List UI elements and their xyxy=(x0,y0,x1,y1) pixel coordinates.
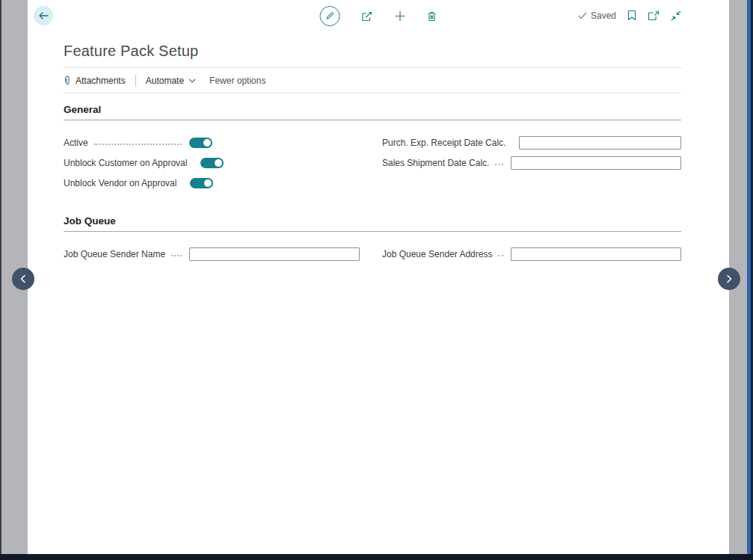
field-label-unblock-vendor: Unblock Vendor on Approval xyxy=(64,178,176,188)
paperclip-icon xyxy=(64,76,71,86)
delete-button[interactable] xyxy=(427,10,437,22)
action-bar-divider xyxy=(64,93,681,93)
field-job-queue-sender-address: Job Queue Sender Address xyxy=(382,244,681,264)
dotted-leader xyxy=(171,255,182,256)
field-active: Active xyxy=(64,132,212,153)
back-button[interactable] xyxy=(34,6,53,25)
job-queue-section-rule xyxy=(64,231,681,232)
field-sales-shipment: Sales Shipment Date Calc. xyxy=(382,153,681,173)
job-queue-sender-name-input[interactable] xyxy=(189,247,360,261)
field-unblock-customer: Unblock Customer on Approval xyxy=(64,153,212,173)
field-purch-exp-receipt: Purch. Exp. Receipt Date Calc. xyxy=(382,132,681,153)
automate-label: Automate xyxy=(146,76,184,86)
popup-window-icon xyxy=(648,10,660,21)
section-heading-general: General xyxy=(64,104,681,120)
page-title: Feature Pack Setup xyxy=(64,43,681,67)
dotted-leader xyxy=(495,164,503,165)
bookmark-button[interactable] xyxy=(627,10,636,21)
general-fields: Active Unblock Customer on Approval Unbl… xyxy=(64,132,681,193)
automate-menu-button[interactable]: Automate xyxy=(146,76,196,86)
field-label-sales-shipment: Sales Shipment Date Calc. xyxy=(382,158,489,168)
save-status: Saved xyxy=(578,10,616,21)
attachments-label: Attachments xyxy=(76,76,126,86)
checkmark-icon xyxy=(578,12,587,19)
purch-exp-receipt-date-calc-input[interactable] xyxy=(519,136,681,150)
share-button[interactable] xyxy=(361,10,374,22)
page-card: Saved Feature Pack Setup xyxy=(28,0,729,554)
app-bar: Saved xyxy=(28,0,729,33)
field-label-unblock-customer: Unblock Customer on Approval xyxy=(64,158,187,168)
dotted-leader xyxy=(498,255,503,256)
job-queue-fields: Job Queue Sender Name Job Queue Sender A… xyxy=(64,244,681,264)
field-job-queue-sender-name: Job Queue Sender Name xyxy=(64,244,360,264)
previous-record-button[interactable] xyxy=(12,268,34,290)
collapse-button[interactable] xyxy=(671,10,681,21)
window-left-border xyxy=(0,0,1,560)
job-queue-sender-address-input[interactable] xyxy=(511,247,681,261)
new-button[interactable] xyxy=(395,10,406,22)
field-label-purch-exp-receipt: Purch. Exp. Receipt Date Calc. xyxy=(382,138,505,148)
status-toolbar: Saved xyxy=(578,10,681,21)
fewer-options-button[interactable]: Fewer options xyxy=(209,76,265,86)
plus-icon xyxy=(395,10,406,22)
unblock-customer-toggle[interactable] xyxy=(200,158,224,168)
bookmark-icon xyxy=(627,10,636,21)
field-label-sender-address: Job Queue Sender Address xyxy=(382,249,492,259)
action-bar: Attachments Automate Fewer options xyxy=(64,68,681,93)
edit-button[interactable] xyxy=(320,6,340,26)
field-unblock-vendor: Unblock Vendor on Approval xyxy=(64,173,212,193)
window-bottom-border xyxy=(0,554,753,560)
section-heading-job-queue: Job Queue xyxy=(64,215,681,231)
unblock-vendor-toggle[interactable] xyxy=(190,178,213,188)
save-status-label: Saved xyxy=(591,10,616,21)
pencil-icon xyxy=(320,6,340,26)
share-icon xyxy=(361,10,374,22)
fewer-options-label: Fewer options xyxy=(209,76,265,86)
chevron-left-icon xyxy=(19,274,28,283)
open-in-window-button[interactable] xyxy=(648,10,660,21)
field-label-active: Active xyxy=(64,138,88,148)
general-section-rule xyxy=(64,120,681,120)
chevron-right-icon xyxy=(725,274,734,283)
dotted-leader xyxy=(94,144,182,145)
action-divider xyxy=(135,75,136,87)
next-record-button[interactable] xyxy=(718,268,740,290)
sales-shipment-date-calc-input[interactable] xyxy=(511,156,681,170)
chevron-down-icon xyxy=(188,79,196,83)
field-label-sender-name: Job Queue Sender Name xyxy=(64,249,165,259)
back-arrow-icon xyxy=(38,11,49,20)
active-toggle[interactable] xyxy=(189,138,212,148)
record-toolbar xyxy=(320,6,437,26)
trash-icon xyxy=(427,10,437,22)
collapse-arrows-icon xyxy=(671,10,681,21)
attachments-button[interactable]: Attachments xyxy=(64,76,126,86)
